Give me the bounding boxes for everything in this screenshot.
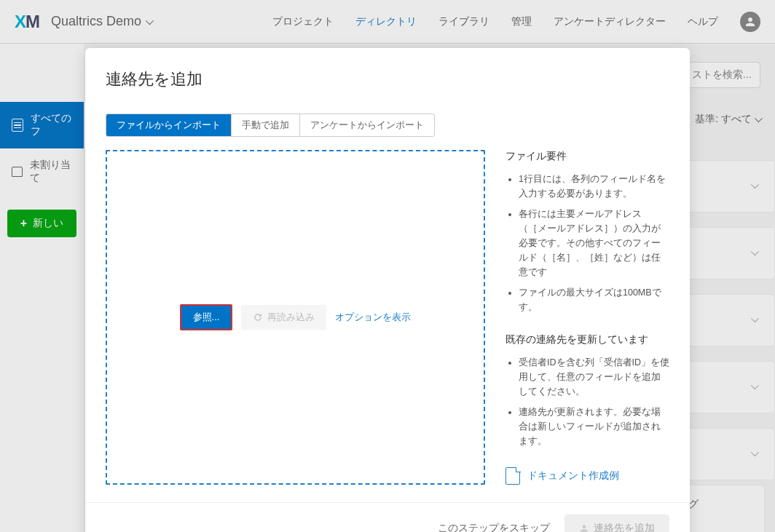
reload-label: 再読み込み xyxy=(267,311,315,324)
requirements-panel: ファイル要件 1行目には、各列のフィールド名を入力する必要があります。 各行には… xyxy=(505,150,669,485)
requirement-item: 受信者IDを含む列「受信者ID」を使用して、任意のフィールドを追加してください。 xyxy=(519,355,669,399)
add-contact-label: 連絡先を追加 xyxy=(594,522,655,532)
browse-button[interactable]: 参照... xyxy=(180,304,233,330)
tab-import-file[interactable]: ファイルからインポート xyxy=(106,114,232,136)
person-add-icon xyxy=(579,523,589,532)
reload-button: 再読み込み xyxy=(241,305,326,330)
file-dropzone[interactable]: 参照... 再読み込み オプションを表示 xyxy=(106,150,485,485)
show-options-link[interactable]: オプションを表示 xyxy=(335,311,411,324)
requirement-item: 連絡先が更新されます。必要な場合は新しいフィールドが追加されます。 xyxy=(519,405,669,448)
requirement-item: 各行には主要メールアドレス（［メールアドレス］）の入力が必要です。その他すべての… xyxy=(519,207,669,279)
update-contacts-title: 既存の連絡先を更新しています xyxy=(505,333,669,346)
requirement-item: 1行目には、各列のフィールド名を入力する必要があります。 xyxy=(519,172,669,201)
skip-step-link[interactable]: このステップをスキップ xyxy=(438,522,550,532)
import-method-tabs: ファイルからインポート 手動で追加 アンケートからインポート xyxy=(106,114,435,137)
file-requirements-title: ファイル要件 xyxy=(505,150,669,163)
add-contact-button: 連絡先を追加 xyxy=(564,515,669,532)
modal-title: 連絡先を追加 xyxy=(85,68,690,90)
tab-import-survey[interactable]: アンケートからインポート xyxy=(300,114,434,136)
requirement-item: ファイルの最大サイズは100MBです。 xyxy=(519,285,669,314)
add-contacts-modal: 連絡先を追加 ファイルからインポート 手動で追加 アンケートからインポート 参照… xyxy=(85,48,690,532)
doc-link-label: ドキュメント作成例 xyxy=(527,469,619,483)
document-example-link[interactable]: ドキュメント作成例 xyxy=(505,467,669,485)
modal-footer: このステップをスキップ 連絡先を追加 xyxy=(85,502,690,532)
update-contacts-list: 受信者IDを含む列「受信者ID」を使用して、任意のフィールドを追加してください。… xyxy=(505,355,669,448)
tab-manual[interactable]: 手動で追加 xyxy=(232,114,300,136)
document-icon xyxy=(505,467,520,485)
file-requirements-list: 1行目には、各列のフィールド名を入力する必要があります。 各行には主要メールアド… xyxy=(505,172,669,314)
modal-body: 参照... 再読み込み オプションを表示 ファイル要件 1行目には、各列のフィー… xyxy=(85,150,690,485)
reload-icon xyxy=(253,312,263,322)
